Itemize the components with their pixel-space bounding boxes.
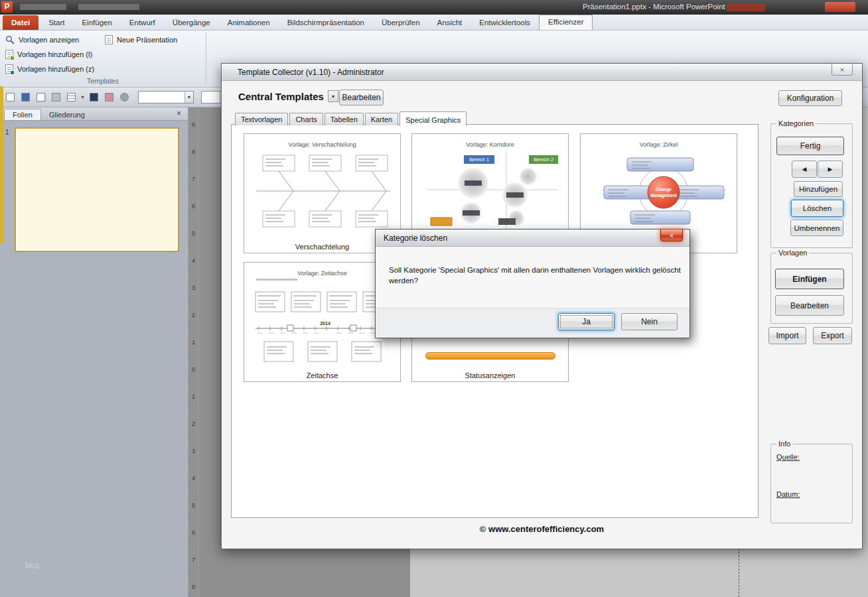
- ruler-number: 7: [188, 557, 198, 563]
- ribbon-tab-start[interactable]: Start: [40, 15, 73, 30]
- area-label: Bereich 2: [534, 157, 553, 162]
- ribbon-tab-animationen[interactable]: Animationen: [219, 15, 279, 30]
- category-dropdown[interactable]: Central Templates ▼: [238, 88, 338, 104]
- background-text: blog: [25, 561, 39, 569]
- search-icon: [5, 35, 15, 44]
- dialog-close-button[interactable]: ×: [660, 230, 683, 241]
- category-next-button[interactable]: ▶: [818, 161, 843, 178]
- ribbon-tab-ansicht[interactable]: Ansicht: [429, 15, 471, 30]
- background-window-fragment: [825, 2, 855, 12]
- import-button[interactable]: Import: [768, 327, 806, 344]
- print-icon[interactable]: [50, 92, 62, 103]
- einfuegen-button[interactable]: Einfügen: [775, 269, 844, 289]
- nein-button[interactable]: Nein: [621, 313, 678, 330]
- chevron-down-icon[interactable]: ▼: [80, 95, 85, 100]
- ruler-number: 4: [188, 257, 198, 264]
- ruler-number: 6: [188, 203, 198, 210]
- konfiguration-button[interactable]: Konfiguration: [778, 90, 842, 106]
- add-templates-z-button[interactable]: Vorlagen hinzufügen (z): [5, 64, 94, 74]
- category-prev-button[interactable]: ◀: [792, 161, 817, 178]
- show-templates-label: Vorlagen anzeigen: [19, 36, 79, 44]
- save-icon[interactable]: [19, 92, 31, 103]
- add-template-icon: [5, 64, 13, 74]
- ruler-number: 1: [188, 339, 198, 346]
- right-arrow-icon: ▶: [828, 166, 833, 172]
- dialog-message: Soll Kategorie 'Special Graphics' mit al…: [389, 265, 687, 286]
- ruler-number: 9: [188, 121, 198, 128]
- show-templates-button[interactable]: Vorlagen anzeigen: [5, 35, 79, 44]
- thumb-title: Vorlage: Zirkel: [581, 141, 737, 148]
- tab-charts[interactable]: Charts: [289, 113, 323, 125]
- ruler-number: 8: [188, 584, 198, 590]
- ribbon-tab-bar: Datei Start Einfügen Entwurf Übergänge A…: [0, 15, 868, 31]
- slide-number: 1: [5, 129, 9, 136]
- ribbon-tab-datei[interactable]: Datei: [3, 15, 38, 30]
- bearbeiten-button[interactable]: Bearbeiten: [775, 295, 844, 316]
- ribbon-tab-einfuegen[interactable]: Einfügen: [73, 15, 120, 30]
- tab-tabellen[interactable]: Tabellen: [325, 113, 364, 125]
- center-label-line1: Change: [656, 187, 672, 192]
- slide-thumbnail[interactable]: [15, 127, 179, 252]
- edit-category-button[interactable]: Bearbeiten: [339, 90, 384, 105]
- new-presentation-label: Neue Präsentation: [117, 36, 177, 44]
- style-combo[interactable]: ▼: [138, 91, 194, 103]
- kategorien-group-label: Kategorien: [776, 119, 816, 127]
- collector-titlebar[interactable]: Template Collector (v1.10) - Administrat…: [222, 64, 862, 81]
- ja-button[interactable]: Ja: [558, 313, 615, 330]
- ribbon-tab-ueberpruefen[interactable]: Überprüfen: [373, 15, 429, 30]
- ruler-number: 8: [188, 149, 198, 155]
- ribbon-tab-entwurf[interactable]: Entwurf: [121, 15, 164, 30]
- fertig-button[interactable]: Fertig: [776, 137, 844, 155]
- slides-panel: Folien Gliederung × 1 blog: [0, 107, 188, 597]
- new-file-icon[interactable]: [4, 92, 16, 103]
- loeschen-button[interactable]: Löschen: [791, 200, 843, 217]
- title-bar[interactable]: P Präsentation1.pptx - Microsoft PowerPo…: [0, 0, 868, 15]
- template-thumbnail-graphic: 2014: [251, 279, 395, 366]
- tab-folien[interactable]: Folien: [4, 109, 41, 120]
- background-strip: [0, 86, 3, 244]
- vorlagen-group-label: Vorlagen: [776, 249, 809, 257]
- info-group: Info Quelle: Datum:: [770, 444, 853, 523]
- tab-karten[interactable]: Karten: [365, 113, 398, 125]
- add-template-icon: [5, 50, 13, 59]
- ribbon-tab-bildschirmpraesentation[interactable]: Bildschirmpräsentation: [279, 15, 373, 30]
- hinzufuegen-button[interactable]: Hinzufügen: [794, 181, 843, 197]
- ruler-number: 4: [188, 475, 198, 482]
- new-presentation-button[interactable]: Neue Präsentation: [105, 35, 177, 44]
- ribbon-tab-entwicklertools[interactable]: Entwicklertools: [470, 15, 539, 30]
- ribbon-tab-efficienzer[interactable]: Efficienzer: [539, 15, 593, 30]
- export-button[interactable]: Export: [813, 327, 852, 344]
- template-thumbnail-graphic: Change Management: [587, 150, 731, 235]
- status-bar-graphic: [425, 352, 555, 360]
- copyright-footer: © www.centerofefficiency.com: [222, 524, 862, 534]
- templates-group-label: Templates: [0, 77, 206, 85]
- add-templates-l-label: Vorlagen hinzufügen (l): [17, 50, 92, 58]
- template-thumbnail-graphic: Bereich 1 Bereich 2: [419, 150, 563, 235]
- table-icon[interactable]: [65, 92, 77, 103]
- kategorien-group: Kategorien Fertig ◀ ▶ Hinzufügen Löschen…: [770, 123, 853, 248]
- chevron-down-icon: ▼: [328, 90, 338, 102]
- close-icon[interactable]: ×: [177, 109, 181, 118]
- collector-title: Template Collector (v1.10) - Administrat…: [238, 68, 384, 77]
- chart-icon[interactable]: [88, 92, 100, 103]
- format-brush-icon[interactable]: [104, 92, 115, 103]
- thumb-title: Vorlage: Korridore: [412, 141, 568, 148]
- ribbon-tab-uebergaenge[interactable]: Übergänge: [164, 15, 219, 30]
- info-group-label: Info: [776, 440, 792, 448]
- copy-icon[interactable]: [35, 92, 46, 103]
- dialog-titlebar[interactable]: Kategorie löschen ×: [376, 230, 689, 247]
- umbenennen-button[interactable]: Umbenennen: [790, 220, 843, 236]
- slides-panel-tabs: Folien Gliederung ×: [0, 107, 188, 121]
- ruler-number: 0: [188, 366, 198, 373]
- background-window-fragment: [727, 3, 765, 11]
- collector-close-button[interactable]: ×: [832, 64, 853, 76]
- ruler-number: 6: [188, 529, 198, 536]
- tab-special-graphics[interactable]: Special Graphics: [399, 111, 467, 126]
- dialog-title: Kategorie löschen: [384, 233, 447, 243]
- dialog-body: Soll Kategorie 'Special Graphics' mit al…: [376, 247, 689, 309]
- media-icon[interactable]: [119, 92, 131, 103]
- tab-textvorlagen[interactable]: Textvorlagen: [235, 113, 288, 125]
- template-caption: Statusanzeigen: [412, 371, 568, 379]
- tab-gliederung[interactable]: Gliederung: [41, 109, 93, 120]
- add-templates-l-button[interactable]: Vorlagen hinzufügen (l): [5, 50, 92, 59]
